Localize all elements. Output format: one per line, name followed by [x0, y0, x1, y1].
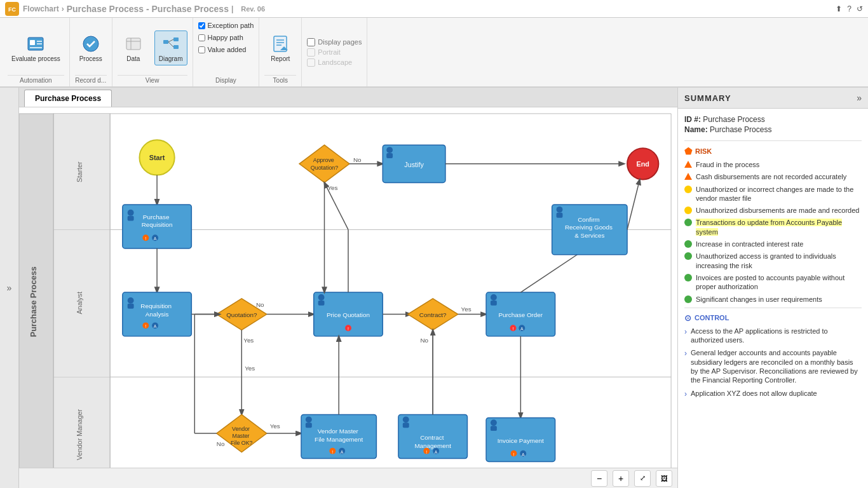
- control-section-title: ⊙ CONTROL: [684, 313, 862, 323]
- svg-text:Yes: Yes: [270, 423, 280, 430]
- svg-point-107: [128, 297, 134, 304]
- exception-path-checkbox[interactable]: Exception path: [198, 22, 254, 29]
- svg-text:FC: FC: [8, 6, 16, 13]
- process-button[interactable]: Process: [75, 31, 107, 65]
- vendor-manager-label: Vendor Manager: [76, 409, 83, 461]
- left-collapse-button[interactable]: »: [0, 88, 19, 488]
- svg-text:No: No: [353, 156, 362, 163]
- svg-text:Quotation?: Quotation?: [226, 311, 257, 318]
- diagram-button[interactable]: Diagram: [154, 30, 187, 65]
- svg-point-115: [491, 294, 497, 301]
- svg-text:A: A: [520, 327, 524, 331]
- collapse-icon[interactable]: ⬆: [836, 4, 842, 13]
- risk-item-2: Cash disbursements are not recorded accu…: [684, 172, 862, 181]
- svg-text:!: !: [513, 452, 515, 457]
- ribbon-view: Data Diagram View: [112, 18, 193, 86]
- svg-rect-108: [128, 304, 134, 309]
- help-icon[interactable]: ?: [847, 4, 851, 13]
- landscape-checkbox[interactable]: Landscape: [307, 58, 362, 67]
- svg-rect-110: [386, 153, 393, 158]
- happy-path-checkbox[interactable]: Happy path: [198, 34, 254, 41]
- breadcrumb-root[interactable]: Flowchart: [23, 4, 59, 13]
- svg-rect-106: [128, 216, 134, 221]
- diagram-area: Purchase Process Purchase Process Starte…: [19, 88, 677, 488]
- svg-text:!: !: [513, 327, 514, 331]
- svg-rect-11: [163, 40, 168, 44]
- tab-bar: Purchase Process: [19, 88, 677, 107]
- tools-label: Tools: [264, 75, 296, 84]
- svg-text:Price Quotation: Price Quotation: [327, 311, 370, 318]
- control-item-3[interactable]: › Application XYZ does not allow duplica…: [684, 389, 862, 400]
- svg-rect-122: [491, 426, 497, 431]
- purchase-process-tab[interactable]: Purchase Process: [24, 90, 112, 107]
- summary-name-row: Name: Purchase Process: [684, 125, 862, 134]
- control-item-2[interactable]: › General ledger accounts and accounts p…: [684, 348, 862, 384]
- svg-rect-112: [557, 213, 563, 218]
- data-label: Data: [126, 55, 140, 62]
- risk-item-6: Increase in contracted interest rate: [684, 240, 862, 248]
- id-label: ID #:: [684, 115, 701, 124]
- refresh-icon[interactable]: ↺: [857, 4, 863, 13]
- yellow-dot-2: [684, 207, 692, 214]
- record-label: Record d...: [75, 75, 107, 84]
- svg-rect-118: [306, 423, 312, 428]
- process-label: Process: [79, 55, 102, 62]
- portrait-checkbox[interactable]: Portrait: [307, 48, 362, 57]
- zoom-in-button[interactable]: +: [613, 470, 629, 487]
- control-arrow-3: ›: [684, 390, 687, 400]
- view-label: View: [118, 75, 187, 84]
- triangle-icon-2: [684, 173, 692, 180]
- process-title-label: Purchase Process: [29, 266, 38, 337]
- svg-rect-12: [173, 37, 179, 41]
- risk-item-1: Fraud in the process: [684, 160, 862, 169]
- risk-item-7: Unauthorized access is granted to indivi…: [684, 252, 862, 270]
- risk-icon: ⬟: [684, 146, 692, 156]
- svg-rect-120: [403, 423, 409, 428]
- control-icon: ⊙: [684, 313, 691, 323]
- svg-rect-116: [491, 301, 497, 306]
- flowchart-container[interactable]: Purchase Process Starter Analyst Vendor …: [19, 107, 677, 468]
- value-added-checkbox[interactable]: Value added: [198, 46, 254, 53]
- svg-point-119: [403, 416, 409, 423]
- svg-text:A: A: [154, 236, 157, 241]
- control-item-1[interactable]: › Access to the AP applications is restr…: [684, 327, 862, 345]
- evaluate-label: Evaluate process: [11, 55, 60, 62]
- ribbon-record: Process Record d...: [70, 18, 112, 86]
- svg-text:End: End: [636, 160, 649, 168]
- topbar-icons: ⬆ ? ↺: [836, 4, 863, 13]
- evaluate-process-button[interactable]: Evaluate process: [8, 31, 64, 65]
- zoom-out-button[interactable]: −: [591, 470, 607, 487]
- risk-item-4: Unauthorized disbursements are made and …: [684, 206, 862, 215]
- display-pages-checkbox[interactable]: Display pages: [307, 38, 362, 46]
- data-button[interactable]: Data: [118, 31, 149, 65]
- report-label: Report: [271, 55, 290, 62]
- fit-button[interactable]: ⤢: [634, 470, 651, 487]
- id-value: Purchase Process: [703, 115, 764, 124]
- green-dot-2: [684, 240, 692, 248]
- ribbon-tools: Report Tools: [259, 18, 302, 86]
- svg-text:A: A: [341, 450, 344, 454]
- summary-collapse-icon[interactable]: »: [857, 93, 862, 103]
- control-arrow-1: ›: [684, 327, 687, 337]
- svg-rect-8: [126, 38, 140, 50]
- svg-text:Approve
          Quotation?: Approve Quotation?: [311, 157, 338, 171]
- highlighted-risk: Transactions do update from Accounts Pay…: [696, 219, 842, 235]
- risk-item-3: Unauthorized or incorrect changes are ma…: [684, 185, 862, 203]
- svg-rect-114: [318, 301, 325, 306]
- diagram-label: Diagram: [159, 55, 183, 62]
- name-label: Name:: [684, 125, 708, 134]
- app-logo: FC: [5, 2, 19, 16]
- svg-text:!: !: [348, 327, 349, 331]
- report-button[interactable]: Report: [264, 31, 296, 65]
- svg-point-7: [83, 36, 98, 51]
- svg-point-105: [128, 210, 134, 216]
- summary-header: SUMMARY »: [678, 88, 868, 109]
- svg-point-111: [557, 207, 563, 213]
- triangle-icon-1: [684, 161, 692, 168]
- svg-text:Justify: Justify: [404, 161, 424, 168]
- risk-item-8: Invoices are posted to accounts payable …: [684, 273, 862, 292]
- svg-rect-3: [30, 40, 35, 45]
- analyst-label: Analyst: [76, 292, 83, 315]
- screenshot-button[interactable]: 🖼: [656, 470, 672, 487]
- risk-item-9: Significant changes in user requirements: [684, 295, 862, 304]
